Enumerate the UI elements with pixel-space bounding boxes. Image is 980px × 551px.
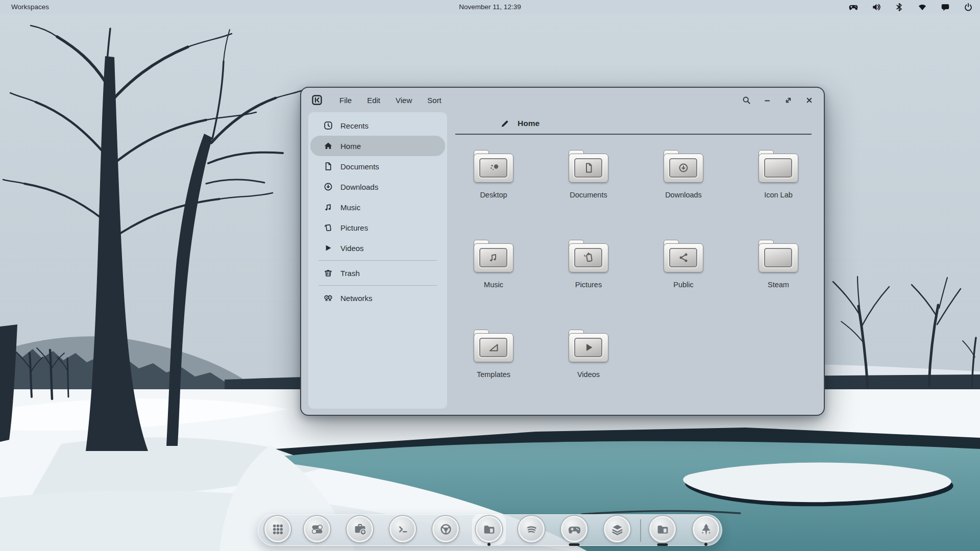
folder-item-public[interactable]: Public bbox=[636, 238, 731, 328]
folder-label: Documents bbox=[570, 191, 607, 199]
breadcrumb[interactable]: Home bbox=[500, 112, 540, 135]
network-icon bbox=[324, 293, 333, 303]
sidebar-item-pictures[interactable]: Pictures bbox=[310, 217, 445, 238]
folder-label: Desktop bbox=[480, 191, 507, 199]
folder-item-desktop[interactable]: Desktop bbox=[446, 148, 541, 238]
sidebar-item-label: Networks bbox=[340, 294, 373, 303]
sidebar-item-music[interactable]: Music bbox=[310, 197, 445, 217]
running-indicator bbox=[657, 543, 668, 546]
folder-item-steam[interactable]: Steam bbox=[731, 238, 826, 328]
folder-item-videos[interactable]: Videos bbox=[541, 328, 636, 417]
pathbar: Home bbox=[449, 112, 817, 135]
sidebar-item-trash[interactable]: Trash bbox=[310, 263, 445, 283]
dock-item-browser[interactable] bbox=[432, 515, 459, 546]
download-emblem-icon bbox=[676, 162, 691, 173]
sidebar-item-networks[interactable]: Networks bbox=[310, 288, 445, 308]
trash-icon bbox=[324, 268, 333, 278]
folder-item-pictures[interactable]: Pictures bbox=[541, 238, 636, 328]
settings-icon bbox=[310, 522, 324, 536]
window-controls bbox=[742, 88, 814, 112]
menu-sort[interactable]: Sort bbox=[420, 93, 449, 107]
menu-file[interactable]: File bbox=[332, 93, 359, 107]
dock-item-settings[interactable] bbox=[304, 515, 330, 546]
sidebar-item-label: Trash bbox=[340, 269, 360, 278]
chat-icon[interactable] bbox=[941, 3, 950, 12]
sidebar-item-documents[interactable]: Documents bbox=[310, 156, 445, 177]
folder-item-documents[interactable]: Documents bbox=[541, 148, 636, 238]
top-panel: Workspaces November 11, 12:39 bbox=[0, 0, 980, 14]
dock-item-games[interactable] bbox=[561, 515, 587, 546]
sidebar-item-label: Pictures bbox=[340, 223, 368, 232]
folder-icon bbox=[758, 240, 798, 272]
pencil-icon bbox=[500, 119, 509, 128]
app-store-icon bbox=[353, 522, 367, 536]
folder-icon bbox=[656, 522, 670, 536]
gamepad-icon bbox=[568, 522, 581, 536]
search-icon[interactable] bbox=[742, 96, 751, 105]
folder-label: Pictures bbox=[575, 281, 602, 289]
bluetooth-icon[interactable] bbox=[895, 3, 904, 12]
sidebar-item-label: Documents bbox=[340, 162, 379, 171]
app-grid-icon bbox=[271, 522, 285, 536]
wifi-icon[interactable] bbox=[918, 3, 927, 12]
running-indicator bbox=[704, 543, 707, 546]
camera-emblem-icon bbox=[581, 252, 596, 263]
browser-icon bbox=[439, 522, 453, 536]
sidebar-divider bbox=[318, 260, 437, 261]
dock-item-stacks[interactable] bbox=[604, 515, 630, 546]
folder-item-templates[interactable]: Templates bbox=[446, 328, 541, 417]
folder-icon bbox=[664, 240, 703, 272]
stacks-icon bbox=[610, 522, 624, 536]
file-manager-window: File Edit View Sort Recents bbox=[300, 87, 825, 416]
gamepad-icon[interactable] bbox=[849, 3, 858, 12]
clock[interactable]: November 11, 12:39 bbox=[459, 3, 521, 11]
folder-label: Downloads bbox=[665, 191, 702, 199]
folder-icon bbox=[474, 150, 513, 183]
menu-view[interactable]: View bbox=[388, 93, 420, 107]
dock-item-files[interactable] bbox=[476, 515, 502, 546]
folder-grid: Desktop Documents Downloads bbox=[446, 148, 826, 417]
dock-item-spotify[interactable] bbox=[518, 515, 545, 546]
breadcrumb-location: Home bbox=[518, 119, 540, 128]
sidebar-item-label: Home bbox=[340, 142, 361, 151]
dock-item-folder[interactable] bbox=[649, 515, 676, 546]
folder-label: Templates bbox=[477, 370, 510, 379]
dock bbox=[258, 514, 722, 546]
folder-item-music[interactable]: Music bbox=[446, 238, 541, 328]
running-indicator bbox=[487, 543, 491, 546]
sidebar-item-downloads[interactable]: Downloads bbox=[310, 177, 445, 197]
menu-edit[interactable]: Edit bbox=[359, 93, 388, 107]
folder-item-icon-lab[interactable]: Icon Lab bbox=[731, 148, 826, 238]
dock-item-inkscape[interactable] bbox=[693, 515, 719, 546]
document-icon bbox=[324, 162, 333, 171]
maximize-icon[interactable] bbox=[784, 96, 793, 105]
folder-icon bbox=[474, 330, 513, 362]
running-indicator bbox=[569, 543, 580, 546]
sidebar-item-home[interactable]: Home bbox=[310, 136, 445, 156]
sidebar-item-recents[interactable]: Recents bbox=[310, 115, 445, 136]
home-icon bbox=[324, 141, 333, 151]
terminal-icon bbox=[396, 522, 410, 536]
minimize-icon[interactable] bbox=[763, 96, 772, 105]
power-icon[interactable] bbox=[964, 3, 973, 12]
sidebar-item-label: Downloads bbox=[340, 183, 378, 191]
share-emblem-icon bbox=[676, 252, 691, 263]
folder-item-downloads[interactable]: Downloads bbox=[636, 148, 731, 238]
folder-label: Videos bbox=[577, 370, 600, 379]
spotify-icon bbox=[525, 522, 538, 536]
folder-icon bbox=[758, 150, 798, 183]
folder-icon bbox=[569, 330, 608, 362]
sidebar-item-videos[interactable]: Videos bbox=[310, 238, 445, 258]
volume-icon[interactable] bbox=[872, 3, 881, 12]
dock-item-terminal[interactable] bbox=[389, 515, 416, 546]
music-note-icon bbox=[324, 203, 333, 212]
download-icon bbox=[324, 182, 333, 191]
close-icon[interactable] bbox=[805, 96, 814, 105]
folder-icon bbox=[474, 240, 513, 272]
folder-label: Steam bbox=[768, 281, 789, 289]
dock-item-app-store[interactable] bbox=[347, 515, 373, 546]
files-icon bbox=[482, 522, 496, 536]
sidebar-item-label: Music bbox=[340, 203, 360, 212]
app-icon bbox=[311, 94, 323, 106]
dock-item-app-grid[interactable] bbox=[264, 515, 291, 546]
